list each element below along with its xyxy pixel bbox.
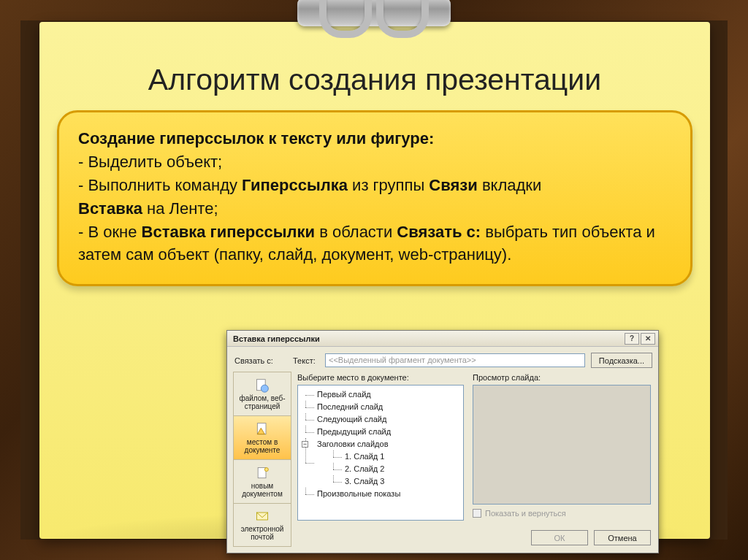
tree-item[interactable]: Предыдущий слайд (317, 427, 391, 436)
instruction-step: - В окне Вставка гиперссылки в области С… (78, 220, 671, 267)
svg-point-1 (261, 385, 268, 392)
instruction-step: - Выделить объект; (78, 150, 671, 174)
email-icon (254, 509, 270, 523)
instruction-step: - Выполнить команду Гиперссылка из групп… (78, 174, 671, 197)
link-to-label: Связать с: (234, 356, 287, 365)
linkto-place[interactable]: местом в документе (233, 415, 291, 459)
linkto-file[interactable]: файлом, веб-страницей (233, 372, 291, 415)
checkbox-disabled (473, 509, 481, 518)
tree-item[interactable]: Произвольные показы (317, 489, 400, 498)
document-tree[interactable]: Первый слайд Последний слайд Следующий с… (297, 385, 464, 521)
dialog-titlebar: Вставка гиперссылки ? ✕ (227, 331, 658, 347)
collapse-icon[interactable]: − (302, 441, 308, 448)
page-globe-icon (254, 378, 270, 393)
new-document-icon (254, 466, 270, 480)
slide-title: Алгоритм создания презентации (39, 63, 710, 97)
document-place-icon (254, 422, 270, 437)
tree-item[interactable]: Последний слайд (317, 402, 383, 411)
display-text-input[interactable]: <<Выделенный фрагмент документа>> (325, 353, 585, 367)
tree-item[interactable]: 2. Слайд 2 (345, 464, 384, 473)
sticky-slide: Алгоритм создания презентации Создание г… (39, 22, 710, 539)
cancel-button[interactable]: Отмена (594, 530, 651, 545)
tree-item[interactable]: 1. Слайд 1 (345, 452, 384, 461)
insert-hyperlink-dialog: Вставка гиперссылки ? ✕ Связать с: Текст… (226, 330, 659, 553)
tree-item[interactable]: Заголовки слайдов (317, 440, 389, 448)
place-in-doc-label: Выберите место в документе: (297, 373, 464, 382)
tree-item[interactable]: Первый слайд (317, 390, 371, 399)
preview-label: Просмотр слайда: (473, 373, 651, 382)
help-icon[interactable]: ? (625, 333, 639, 345)
instruction-step: Вставка на Ленте; (78, 197, 671, 220)
svg-point-4 (264, 467, 268, 471)
linkto-newdoc[interactable]: новым документом (233, 459, 291, 503)
close-icon[interactable]: ✕ (641, 333, 655, 345)
linkto-email[interactable]: электронной почтой (233, 503, 291, 547)
ok-button[interactable]: ОК (531, 530, 588, 545)
instruction-box: Создание гиперссылок к тексту или фигуре… (57, 110, 692, 286)
tree-item[interactable]: 3. Слайд 3 (345, 477, 384, 486)
instruction-heading: Создание гиперссылок к тексту или фигуре… (78, 129, 434, 147)
show-and-return: Показать и вернуться (473, 509, 651, 518)
text-label: Текст: (293, 356, 319, 365)
link-to-column: файлом, веб-страницей местом в документе… (233, 372, 291, 547)
screentip-button[interactable]: Подсказка... (591, 353, 652, 368)
slide-preview (473, 385, 651, 505)
dialog-title: Вставка гиперссылки (233, 334, 320, 343)
tree-item[interactable]: Следующий слайд (317, 415, 386, 423)
